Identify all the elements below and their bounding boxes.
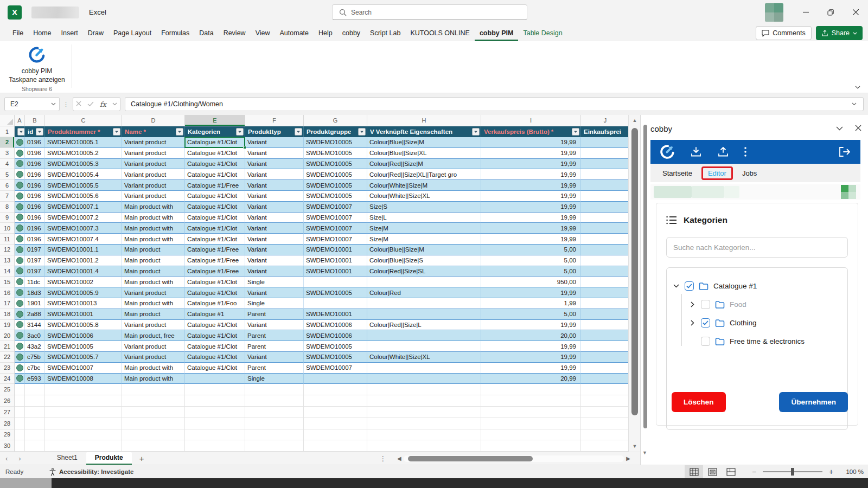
cell-J26[interactable]	[581, 395, 628, 407]
cell-I5[interactable]: 19,99	[481, 169, 581, 180]
cell-F6[interactable]: Variant	[245, 180, 304, 191]
cell-G6[interactable]: SWDEMO10005	[304, 180, 367, 191]
row-number-17[interactable]: 17	[0, 298, 15, 309]
cell-A23[interactable]	[15, 363, 25, 374]
cell-A16[interactable]	[15, 287, 25, 298]
cancel-icon[interactable]	[76, 100, 81, 108]
cell-B22[interactable]: c75b	[25, 352, 45, 363]
cell-F11[interactable]: Variant	[245, 234, 304, 245]
cell-H3[interactable]: Colour|Blue||Size|XL	[367, 148, 481, 159]
scroll-down-icon[interactable]: ▼	[629, 441, 641, 452]
cell-I27[interactable]	[481, 407, 581, 418]
cell-E19[interactable]: Catalogue #1/Clot	[185, 320, 245, 331]
cell-B10[interactable]: 0196	[25, 223, 45, 234]
minimize-button[interactable]	[793, 0, 818, 24]
cell-H18[interactable]	[367, 309, 481, 320]
cell-G14[interactable]: SWDEMO10001	[304, 266, 367, 277]
cell-B27[interactable]	[25, 407, 45, 418]
cell-J18[interactable]	[581, 309, 628, 320]
sheet-tab-menu-icon[interactable]: ⋮	[380, 455, 387, 463]
row-number-7[interactable]: 7	[0, 191, 15, 202]
formula-expand-icon[interactable]	[850, 102, 858, 106]
delete-button[interactable]: Löschen	[672, 392, 726, 412]
cell-H6[interactable]: Colour|White||Size|M	[367, 180, 481, 191]
category-search-input[interactable]: Suche nach Kategorien...	[666, 237, 848, 258]
cell-C6[interactable]: SWDEMO10005.5	[45, 180, 122, 191]
cell-E20[interactable]: Catalogue #1/Clot	[185, 330, 245, 341]
row-number-29[interactable]: 29	[0, 429, 15, 441]
cell-A7[interactable]	[15, 191, 25, 202]
cell-I30[interactable]	[481, 440, 581, 452]
row-number-6[interactable]: 6	[0, 180, 15, 191]
tree-checkbox[interactable]	[701, 318, 710, 328]
column-header-H[interactable]: H	[367, 115, 481, 126]
cell-D13[interactable]: Main product	[122, 255, 185, 266]
panel-tab-jobs[interactable]: Jobs	[742, 169, 757, 177]
cell-E22[interactable]: Catalogue #1/Clot	[185, 352, 245, 363]
cell-E8[interactable]: Catalogue #1/Clot	[185, 202, 245, 213]
column-header-G[interactable]: G	[304, 115, 367, 126]
row-number-28[interactable]: 28	[0, 418, 15, 429]
cell-E26[interactable]	[185, 395, 245, 407]
cell-F29[interactable]	[245, 429, 304, 441]
column-header-D[interactable]: D	[122, 115, 185, 126]
ribbon-tab-data[interactable]: Data	[194, 26, 218, 41]
cell-H23[interactable]	[367, 363, 481, 374]
cell-C12[interactable]: SWDEMO10001.1	[45, 245, 122, 255]
cell-I16[interactable]: 19,99	[481, 287, 581, 298]
cell-B20[interactable]: 3ac0	[25, 330, 45, 341]
cell-H19[interactable]: Colour|Red||Size|L	[367, 320, 481, 331]
cell-G12[interactable]: SWDEMO10001	[304, 245, 367, 255]
cell-B11[interactable]: 0196	[25, 234, 45, 245]
cell-C2[interactable]: SWDEMO10005.1	[45, 137, 122, 148]
ribbon-tab-automate[interactable]: Automate	[275, 26, 314, 41]
cell-D8[interactable]: Main product with	[122, 202, 185, 213]
cell-C21[interactable]: SWDEMO10005	[45, 341, 122, 352]
cell-C20[interactable]: SWDEMO10006	[45, 330, 122, 341]
cell-G9[interactable]: SWDEMO10007	[304, 213, 367, 223]
cell-J21[interactable]	[581, 341, 628, 352]
cell-H17[interactable]	[367, 298, 481, 309]
cell-E24[interactable]	[185, 374, 245, 384]
cell-H16[interactable]: Colour|Red	[367, 287, 481, 298]
cell-F4[interactable]: Variant	[245, 159, 304, 170]
cell-E25[interactable]	[185, 384, 245, 395]
cell-F7[interactable]: Variant	[245, 191, 304, 202]
cell-F17[interactable]: Single	[245, 298, 304, 309]
cell-D10[interactable]: Main product with	[122, 223, 185, 234]
cell-H24[interactable]	[367, 374, 481, 384]
cell-H29[interactable]	[367, 429, 481, 441]
row-number-14[interactable]: 14	[0, 266, 15, 277]
cell-D11[interactable]: Main product with	[122, 234, 185, 245]
column-header-F[interactable]: F	[245, 115, 304, 126]
filter-button[interactable]	[176, 128, 183, 136]
cell-H13[interactable]: Colour|Blue||Size|S	[367, 255, 481, 266]
cell-D24[interactable]: Main product with	[122, 374, 185, 384]
cell-D28[interactable]	[122, 418, 185, 429]
cell-A26[interactable]	[15, 395, 25, 407]
vertical-scrollbar-thumb[interactable]	[631, 128, 638, 415]
cell-G22[interactable]: SWDEMO10005	[304, 352, 367, 363]
cell-H7[interactable]: Colour|White||Size|XL	[367, 191, 481, 202]
cell-F14[interactable]: Variant	[245, 266, 304, 277]
cell-D9[interactable]: Main product with	[122, 213, 185, 223]
cell-C17[interactable]: SWDEMO100013	[45, 298, 122, 309]
cell-F21[interactable]: Parent	[245, 341, 304, 352]
cell-A20[interactable]	[15, 330, 25, 341]
cell-H9[interactable]: Size|L	[367, 213, 481, 223]
cell-J8[interactable]	[581, 202, 628, 213]
view-page-break-button[interactable]	[722, 465, 740, 478]
cell-F8[interactable]: Variant	[245, 202, 304, 213]
cell-F28[interactable]	[245, 418, 304, 429]
cell-A28[interactable]	[15, 418, 25, 429]
ribbon-tab-draw[interactable]: Draw	[83, 26, 108, 41]
cell-B26[interactable]	[25, 395, 45, 407]
select-all-corner[interactable]	[0, 115, 15, 126]
row-number-5[interactable]: 5	[0, 169, 15, 180]
row-number-16[interactable]: 16	[0, 287, 15, 298]
cell-I11[interactable]: 19,99	[481, 234, 581, 245]
cell-G15[interactable]	[304, 277, 367, 287]
cell-H15[interactable]	[367, 277, 481, 287]
column-header-I[interactable]: I	[481, 115, 581, 126]
cell-A13[interactable]	[15, 255, 25, 266]
